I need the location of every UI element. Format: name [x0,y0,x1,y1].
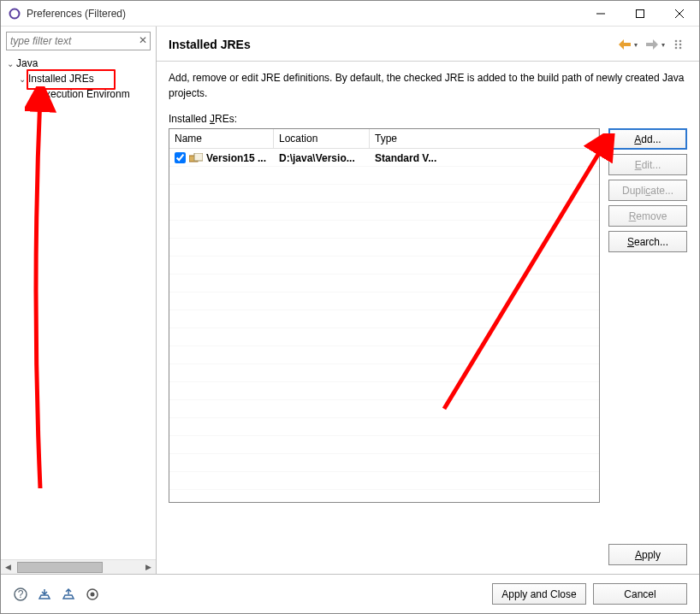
maximize-button[interactable] [620,1,660,27]
page-header: Installed JREs ▾ ▾ [157,27,699,62]
remove-button[interactable]: Remove [608,205,687,227]
tree-item-installed-jres[interactable]: ⌄ Installed JREs [1,71,156,86]
close-button[interactable] [660,1,699,27]
cell-location: D:\java\Versio... [274,152,370,164]
duplicate-button[interactable]: Duplicate... [608,180,687,201]
tree-label: Execution Environm [39,88,130,100]
apply-row: Apply [157,540,699,574]
cancel-button[interactable]: Cancel [593,583,687,605]
column-name[interactable]: Name [169,129,274,148]
page-body: Add, remove or edit JRE definitions. By … [157,62,699,540]
page-title: Installed JREs [169,38,617,51]
filter-input[interactable] [6,32,151,50]
edit-button[interactable]: Edit... [608,154,687,175]
clear-filter-icon[interactable]: ✕ [139,34,147,46]
left-panel: ✕ ⌄ Java ⌄ Installed JREs Execution Envi… [1,27,157,574]
window-controls [581,1,699,27]
forward-button[interactable] [644,37,660,52]
back-button[interactable] [617,37,632,52]
page-nav-buttons: ▾ ▾ [617,37,687,52]
table-header: Name Location Type [169,129,599,149]
svg-point-9 [679,44,682,46]
scroll-track[interactable] [15,561,141,574]
tree-label: Java [16,57,38,69]
tree-label: Installed JREs [28,73,94,85]
apply-button[interactable]: Apply [608,544,687,565]
twisty-icon: ⌄ [4,59,16,68]
table-body[interactable]: Version15 ... D:\java\Versio... Standard… [169,149,599,502]
view-menu-icon[interactable] [672,37,687,52]
svg-point-0 [10,9,20,18]
titlebar: Preferences (Filtered) [1,1,699,27]
left-horizontal-scrollbar[interactable]: ◀ ▶ [1,559,156,574]
bottom-buttons: Apply and Close Cancel [492,583,687,605]
export-icon[interactable] [61,587,76,602]
minimize-button[interactable] [581,1,620,27]
main-area: ✕ ⌄ Java ⌄ Installed JREs Execution Envi… [1,27,699,574]
oomph-icon[interactable] [85,587,100,602]
filter-box: ✕ [6,32,151,50]
svg-point-6 [675,44,678,46]
apply-and-close-button[interactable]: Apply and Close [492,583,586,605]
svg-point-8 [679,40,682,43]
jre-icon [189,153,203,163]
button-column: Add... Edit... Duplicate... Remove Searc… [608,128,687,532]
jre-default-checkbox[interactable] [175,152,186,163]
table-row[interactable]: Version15 ... D:\java\Versio... Standard… [169,149,599,167]
svg-point-7 [675,47,678,50]
page-description: Add, remove or edit JRE definitions. By … [169,70,687,101]
bottom-left-icons: ? [13,587,492,602]
back-menu-caret[interactable]: ▾ [634,41,638,49]
column-type[interactable]: Type [370,129,599,148]
cell-name: Version15 ... [169,152,274,164]
scroll-left-arrow[interactable]: ◀ [1,560,15,575]
app-icon [8,7,21,21]
import-icon[interactable] [37,587,52,602]
svg-text:?: ? [18,588,24,600]
cell-type: Standard V... [370,152,599,164]
right-panel: Installed JREs ▾ ▾ Add, remove or edit J… [157,27,699,574]
add-button[interactable]: Add... [608,128,687,150]
svg-rect-12 [194,153,203,161]
column-location[interactable]: Location [274,129,370,148]
table-label: Installed JREs: [169,113,687,125]
cell-name-text: Version15 ... [206,152,266,164]
svg-point-5 [675,40,678,43]
table-area: Name Location Type Version15 ... D:\java… [169,128,687,532]
help-icon[interactable]: ? [13,587,28,602]
jre-table: Name Location Type Version15 ... D:\java… [169,128,600,503]
svg-point-16 [91,592,95,596]
scroll-thumb[interactable] [17,562,103,573]
svg-point-10 [679,47,682,50]
bottom-bar: ? Apply and Close Cancel [1,574,699,613]
search-button[interactable]: Search... [608,231,687,252]
forward-menu-caret[interactable]: ▾ [661,41,665,49]
twisty-icon: ⌄ [16,74,28,84]
scroll-right-arrow[interactable]: ▶ [141,560,156,575]
window-title: Preferences (Filtered) [27,8,581,20]
preference-tree: ⌄ Java ⌄ Installed JREs Execution Enviro… [1,54,156,559]
svg-rect-2 [637,9,644,17]
